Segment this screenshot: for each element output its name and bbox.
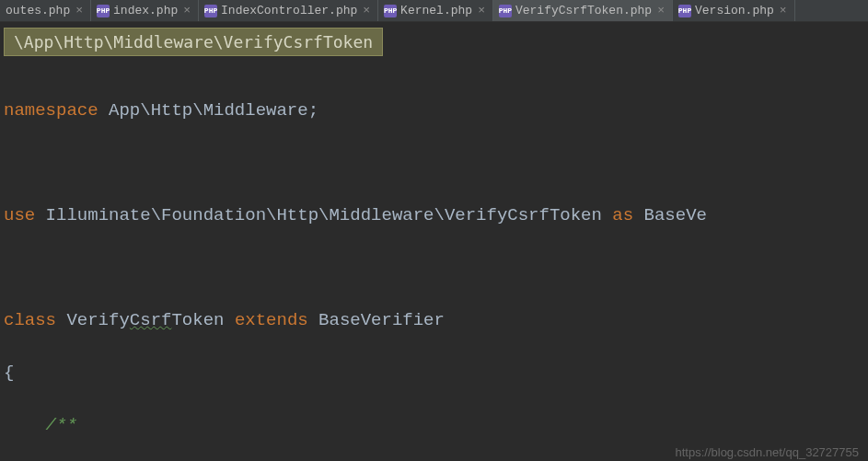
use-path: Illuminate\Foundation\Http\Middleware\Ve… [35,205,612,225]
close-icon[interactable]: × [780,4,787,17]
tab-outes[interactable]: outes.php × [0,0,91,21]
keyword-extends: extends [235,310,308,330]
breadcrumb-bar: \App\Http\Middleware\VerifyCsrfToken [0,22,868,62]
keyword-class: class [4,310,56,330]
class-name-csrf: Csrf [130,310,172,330]
tab-label: outes.php [6,4,70,17]
close-icon[interactable]: × [657,4,665,17]
tab-label: index.php [113,4,178,17]
tab-kernel[interactable]: PHP Kernel.php × [378,0,493,21]
docblock-open: /** [4,415,77,435]
tab-version[interactable]: PHP Version.php × [673,0,795,21]
base-class: BaseVerifier [308,310,445,330]
brace-open: { [4,363,14,383]
close-icon[interactable]: × [363,4,370,17]
tab-indexcontroller[interactable]: PHP IndexController.php × [199,0,378,21]
close-icon[interactable]: × [75,4,83,17]
tab-verifycsrftoken[interactable]: PHP VerifyCsrfToken.php × [493,0,673,21]
tab-label: Version.php [695,4,774,17]
php-file-icon: PHP [499,5,512,17]
php-file-icon: PHP [384,5,397,17]
php-file-icon: PHP [204,5,217,17]
watermark-text: https://blog.csdn.net/qq_32727755 [676,445,860,459]
tab-label: Kernel.php [400,4,472,17]
keyword-use: use [4,205,35,225]
use-alias: BaseVe [633,205,707,225]
semicolon: ; [308,100,318,121]
class-name-post: Token [171,310,234,330]
close-icon[interactable]: × [478,4,485,17]
php-file-icon: PHP [678,5,691,17]
keyword-as: as [612,205,633,225]
tab-label: VerifyCsrfToken.php [515,4,652,17]
php-file-icon: PHP [97,5,110,17]
keyword-namespace: namespace [4,100,98,121]
class-name-pre: Verify [56,310,130,330]
close-icon[interactable]: × [183,4,191,17]
namespace-path: App\Http\Middleware [98,100,308,121]
tab-label: IndexController.php [221,4,357,17]
breadcrumb[interactable]: \App\Http\Middleware\VerifyCsrfToken [4,28,383,56]
editor-tabs-bar: outes.php × PHP index.php × PHP IndexCon… [0,0,868,22]
tab-index[interactable]: PHP index.php × [91,0,199,21]
code-editor[interactable]: namespace App\Http\Middleware; use Illum… [0,62,868,461]
